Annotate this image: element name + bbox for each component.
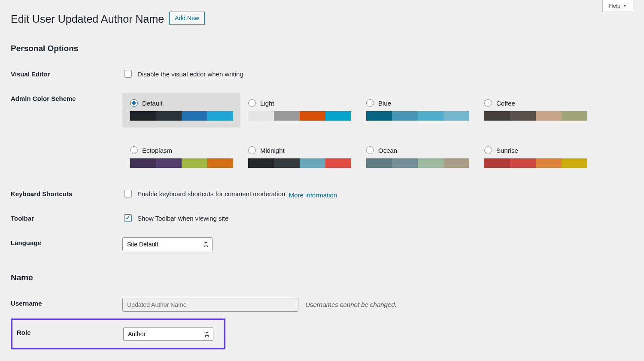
- color-scheme-option[interactable]: Light: [240, 93, 358, 127]
- radio-icon: [130, 146, 138, 154]
- label-admin-color-scheme: Admin Color Scheme: [11, 86, 122, 182]
- color-swatch: [130, 111, 156, 121]
- language-select[interactable]: Site Default: [122, 237, 213, 251]
- visual-editor-field[interactable]: Disable the visual editor when writing: [122, 69, 243, 79]
- color-swatch: [418, 111, 444, 121]
- color-swatch: [300, 111, 325, 121]
- section-name: Name: [11, 273, 633, 282]
- color-swatches: [366, 111, 469, 121]
- radio-icon: [366, 99, 374, 107]
- chevron-down-icon: ▼: [623, 4, 627, 8]
- color-swatch: [248, 158, 274, 168]
- color-swatch: [562, 158, 587, 168]
- section-personal-options: Personal Options: [11, 44, 633, 53]
- color-swatch: [156, 111, 182, 121]
- label-language: Language: [11, 231, 122, 258]
- color-scheme-label: Light: [260, 100, 274, 107]
- color-swatch: [444, 158, 469, 168]
- color-swatch: [130, 158, 156, 168]
- color-swatch: [325, 158, 351, 168]
- color-scheme-label: Default: [142, 100, 163, 107]
- color-swatch: [444, 111, 469, 121]
- help-label: Help: [609, 3, 620, 9]
- color-scheme-option[interactable]: Blue: [358, 93, 477, 127]
- color-swatch: [207, 111, 233, 121]
- username-note: Usernames cannot be changed.: [305, 301, 397, 308]
- radio-icon: [130, 99, 138, 107]
- color-swatch: [156, 158, 182, 168]
- role-select[interactable]: Author: [123, 327, 213, 341]
- color-swatch: [366, 158, 392, 168]
- color-schemes-grid: DefaultLightBlueCoffeeEctoplasmMidnightO…: [122, 93, 633, 175]
- radio-icon: [484, 99, 492, 107]
- color-scheme-label: Ectoplasm: [142, 147, 172, 154]
- color-scheme-option[interactable]: Midnight: [240, 140, 358, 175]
- visual-editor-checkbox[interactable]: [124, 70, 132, 78]
- color-scheme-label: Midnight: [260, 147, 285, 154]
- color-swatch: [484, 111, 510, 121]
- color-scheme-label: Blue: [378, 100, 391, 107]
- color-swatch: [300, 158, 325, 168]
- color-swatches: [366, 158, 469, 168]
- color-scheme-option[interactable]: Sunrise: [477, 140, 595, 175]
- radio-icon: [484, 146, 492, 154]
- page-title: Edit User Updated Author Name: [11, 13, 164, 25]
- label-username: Username: [11, 291, 122, 319]
- username-input: [122, 298, 298, 312]
- radio-icon: [366, 146, 374, 154]
- color-swatch: [182, 111, 207, 121]
- toolbar-field[interactable]: Show Toolbar when viewing site: [122, 213, 228, 223]
- toolbar-checkbox-label: Show Toolbar when viewing site: [137, 215, 228, 222]
- color-swatch: [248, 111, 274, 121]
- color-scheme-option[interactable]: Ectoplasm: [122, 140, 240, 175]
- label-keyboard-shortcuts: Keyboard Shortcuts: [11, 182, 122, 206]
- color-swatches: [130, 111, 233, 121]
- color-swatch: [366, 111, 392, 121]
- keyboard-shortcuts-more-info-link[interactable]: More information: [289, 191, 337, 199]
- keyboard-shortcuts-checkbox[interactable]: [124, 190, 132, 197]
- color-scheme-option[interactable]: Ocean: [358, 140, 477, 175]
- color-scheme-label: Sunrise: [496, 147, 518, 154]
- color-scheme-label: Coffee: [496, 100, 515, 107]
- color-swatches: [248, 158, 351, 168]
- help-tab[interactable]: Help ▼: [602, 0, 633, 12]
- color-swatch: [536, 158, 562, 168]
- visual-editor-checkbox-label: Disable the visual editor when writing: [137, 70, 243, 78]
- color-swatch: [418, 158, 444, 168]
- color-swatch: [392, 111, 418, 121]
- color-scheme-label: Ocean: [378, 147, 397, 154]
- keyboard-shortcuts-field[interactable]: Enable keyboard shortcuts for comment mo…: [122, 188, 287, 199]
- color-scheme-option[interactable]: Coffee: [477, 93, 595, 127]
- color-swatch: [182, 158, 207, 168]
- toolbar-checkbox[interactable]: [124, 214, 132, 222]
- color-swatch: [536, 111, 562, 121]
- color-swatch: [484, 158, 510, 168]
- label-visual-editor: Visual Editor: [11, 62, 122, 86]
- keyboard-shortcuts-checkbox-label: Enable keyboard shortcuts for comment mo…: [137, 190, 287, 197]
- color-swatch: [207, 158, 233, 168]
- color-swatch: [510, 158, 536, 168]
- radio-icon: [248, 99, 256, 107]
- color-swatch: [562, 111, 587, 121]
- add-new-button[interactable]: Add New: [169, 12, 205, 25]
- label-role: Role: [12, 319, 123, 349]
- color-scheme-option[interactable]: Default: [122, 93, 240, 127]
- color-swatch: [510, 111, 536, 121]
- color-swatch: [274, 111, 300, 121]
- color-swatches: [130, 158, 233, 168]
- color-swatches: [248, 111, 351, 121]
- label-toolbar: Toolbar: [11, 206, 122, 231]
- color-swatches: [484, 158, 587, 168]
- color-swatch: [392, 158, 418, 168]
- color-swatches: [484, 111, 587, 121]
- color-swatch: [274, 158, 300, 168]
- radio-icon: [248, 146, 256, 154]
- color-swatch: [325, 111, 351, 121]
